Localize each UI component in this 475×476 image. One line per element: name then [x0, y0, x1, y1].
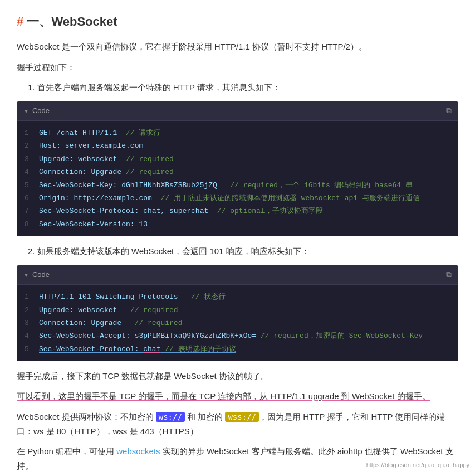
websockets-link[interactable]: websockets [116, 446, 160, 456]
code-line: 6 Origin: http://example.com // 用于防止未认证的… [25, 192, 450, 205]
code-line: 4 Sec-WebSocket-Accept: s3pPLMBiTxaQ9kYG… [25, 329, 450, 342]
wss-protocol-badge: wss:// [225, 412, 259, 422]
line-num: 3 [25, 153, 32, 166]
step-2-label: 2. 如果服务端支持该版本的 WebSocket，会返回 101 响应，响应标头… [28, 244, 458, 259]
line-content: HTTP/1.1 101 Switching Protocols // 状态行 [39, 290, 226, 303]
code-line: 2 Upgrade: websocket // required [25, 304, 450, 317]
code-label-1: Code [32, 105, 50, 117]
line-num: 8 [25, 218, 32, 231]
line-num: 7 [25, 205, 32, 217]
code-header-1: ▼ Code ⧉ [17, 101, 458, 121]
code-line: 3 Connection: Upgrade // required [25, 317, 450, 329]
code-line: 8 Sec-WebSocket-Version: 13 [25, 218, 450, 231]
page-title: # 一、WebSocket [17, 11, 458, 32]
p5-mid: 和 加密的 [185, 412, 226, 421]
copy-icon-1[interactable]: ⧉ [446, 104, 452, 118]
line-num: 6 [25, 192, 32, 205]
line-num: 2 [25, 139, 32, 152]
code-line: 5 Sec-WebSocket-Protocol: chat // 表明选择的子… [25, 343, 450, 356]
line-content: Connection: Upgrade // required [39, 317, 182, 329]
ws-protocol-badge: ws:// [156, 412, 185, 422]
line-content: Upgrade: websocket // required [39, 153, 174, 166]
code-body-2: 1 HTTP/1.1 101 Switching Protocols // 状态… [17, 285, 458, 361]
line-content: Connection: Upgrade // required [39, 166, 174, 178]
paragraph-5: WebSocket 提供两种协议：不加密的 ws:// 和 加密的 wss://… [17, 410, 458, 439]
title-hash: # [17, 14, 23, 28]
line-content: Sec-WebSocket-Protocol: chat, superchat … [39, 205, 323, 217]
paragraph-3: 握手完成后，接下来的 TCP 数据包就都是 WebSocket 协议的帧了。 [17, 369, 458, 383]
code-header-left-2: ▼ Code [23, 269, 50, 281]
line-num: 5 [25, 179, 32, 192]
line-content: GET /chat HTTP/1.1 // 请求行 [39, 127, 160, 139]
p6-pre: 在 Python 编程中，可使用 [17, 446, 116, 456]
paragraph-1: WebSocket 是一个双向通信协议，它在握手阶段采用 HTTP/1.1 协议… [17, 40, 458, 54]
code-header-left-1: ▼ Code [23, 105, 50, 117]
line-content: Host: server.example.com [39, 139, 143, 152]
line-num: 1 [25, 290, 32, 303]
line-num: 5 [25, 343, 32, 356]
copy-icon-2[interactable]: ⧉ [446, 268, 452, 281]
title-text: 一、WebSocket [27, 14, 117, 28]
code-line: 7 Sec-WebSocket-Protocol: chat, supercha… [25, 205, 450, 217]
chevron-icon-1: ▼ [23, 106, 29, 116]
line-content: Origin: http://example.com // 用于防止未认证的跨域… [39, 192, 420, 205]
line-content: Sec-WebSocket-Accept: s3pPLMBiTxaQ9kYGzz… [39, 329, 423, 342]
paragraph-4: 可以看到，这里的握手不是 TCP 的握手，而是在 TCP 连接内部，从 HTTP… [17, 389, 458, 404]
code-line: 4 Connection: Upgrade // required [25, 166, 450, 178]
chevron-icon-2: ▼ [23, 270, 29, 280]
code-line: 3 Upgrade: websocket // required [25, 153, 450, 166]
code-line: 1 HTTP/1.1 101 Switching Protocols // 状态… [25, 290, 450, 303]
line-num: 4 [25, 166, 32, 178]
code-header-2: ▼ Code ⧉ [17, 265, 458, 285]
p5-pre: WebSocket 提供两种协议：不加密的 [17, 412, 156, 421]
line-content: Sec-WebSocket-Version: 13 [39, 218, 148, 231]
line-content: Sec-WebSocket-Key: dGhlIHNhbXBsZSBub25jZ… [39, 179, 413, 192]
code-line: 5 Sec-WebSocket-Key: dGhlIHNhbXBsZSBub25… [25, 179, 450, 192]
line-num: 1 [25, 127, 32, 139]
code-line: 2 Host: server.example.com [25, 139, 450, 152]
step-1-label: 1. 首先客户端向服务端发起一个特殊的 HTTP 请求，其消息头如下： [28, 80, 458, 95]
line-content: Sec-WebSocket-Protocol: chat // 表明选择的子协议 [39, 343, 236, 356]
p4-underlined: 可以看到，这里的握手不是 TCP 的握手，而是在 TCP 连接内部，从 HTTP… [17, 391, 430, 401]
code-block-2: ▼ Code ⧉ 1 HTTP/1.1 101 Switching Protoc… [17, 265, 458, 361]
line-content: Upgrade: websocket // required [39, 304, 178, 317]
line-num: 4 [25, 329, 32, 342]
page-url: https://blog.csdn.net/qiao_qiao_happy [366, 460, 469, 470]
line-num: 3 [25, 317, 32, 329]
p1-underlined: WebSocket 是一个双向通信协议，它在握手阶段采用 HTTP/1.1 协议… [17, 42, 367, 51]
code-block-1: ▼ Code ⧉ 1 GET /chat HTTP/1.1 // 请求行 2 H… [17, 101, 458, 236]
code-body-1: 1 GET /chat HTTP/1.1 // 请求行 2 Host: serv… [17, 121, 458, 236]
line-num: 2 [25, 304, 32, 317]
code-line: 1 GET /chat HTTP/1.1 // 请求行 [25, 127, 450, 139]
code-label-2: Code [32, 269, 50, 281]
paragraph-2: 握手过程如下： [17, 60, 458, 75]
